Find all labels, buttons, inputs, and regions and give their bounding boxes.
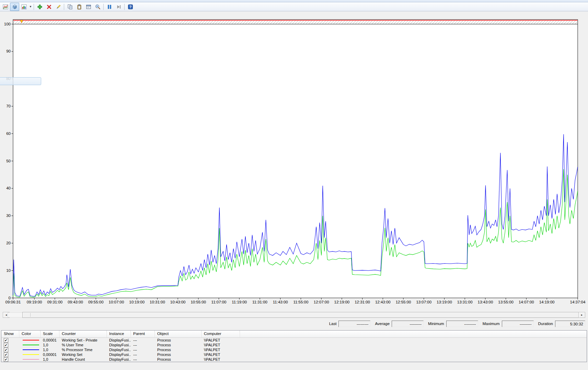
svg-text:10:07:00: 10:07:00 [109,300,124,304]
stat-value-box: --------- [392,321,424,327]
legend-cell: DisplayFusi... [107,343,131,347]
properties-button[interactable] [84,3,93,11]
stat-label: Maximum [483,322,500,326]
legend-column-header[interactable]: Show [1,331,19,337]
stat-value-box: --------- [338,321,370,327]
svg-text:12:43:00: 12:43:00 [375,300,391,304]
svg-text:12:55:00: 12:55:00 [396,300,411,304]
show-checkbox[interactable]: ✔ [4,348,8,352]
show-cell: ✔ [1,343,19,347]
svg-text:12:31:00: 12:31:00 [355,300,370,304]
empty-tooltip-overlay [0,77,41,85]
freeze-display-button[interactable] [105,3,114,11]
legend-column-header[interactable]: Parent [131,331,155,337]
svg-text:13:07:00: 13:07:00 [416,300,431,304]
show-checkbox[interactable]: ✔ [4,357,8,362]
svg-text:100: 100 [4,22,11,26]
svg-text:12:19:00: 12:19:00 [334,300,350,304]
update-data-button[interactable] [114,3,123,11]
copy-properties-button[interactable] [65,3,74,11]
legend-body: ✔0,00001Working Set - PrivateDisplayFusi… [1,338,587,362]
stat-value-box: --------- [502,321,534,327]
svg-text:?: ? [129,5,131,9]
color-cell [19,354,41,355]
magnifier-zoom-icon [95,4,101,10]
counter-legend-table: ShowColorScaleCounterInstanceParentObjec… [1,330,587,362]
show-checkbox[interactable]: ✔ [4,338,8,343]
highlight-button[interactable] [54,3,63,11]
legend-column-header[interactable]: Counter [59,331,107,337]
legend-cell: % User Time [59,343,107,347]
toolbar-separator [124,4,125,10]
scroll-right-button[interactable]: ► [578,312,585,318]
show-checkbox[interactable]: ✔ [4,352,8,357]
svg-text:11:43:00: 11:43:00 [273,300,288,304]
graph-type-dropdown-arrow[interactable]: ▼ [28,3,33,11]
legend-cell: \\PALPET [201,338,240,342]
legend-column-header[interactable] [240,331,587,337]
color-swatch-line [23,349,39,350]
svg-text:10:55:00: 10:55:00 [191,300,206,304]
pause-icon [107,4,112,10]
svg-text:14:19:00: 14:19:00 [539,300,555,304]
legend-cell: DisplayFusi... [107,357,131,361]
stat-label: Last [329,322,337,326]
delete-counter-button[interactable] [44,3,54,11]
help-button[interactable]: ? [126,3,135,11]
toolbar-separator [103,4,104,10]
legend-cell: Process [155,357,201,361]
legend-column-header[interactable]: Computer [201,331,240,337]
legend-column-header[interactable]: Scale [41,331,59,337]
legend-cell: 1,0 [41,357,59,361]
scrollbar-thumb[interactable] [22,312,583,318]
legend-cell: \\PALPET [201,348,240,352]
color-cell [19,340,41,340]
highlighter-pen-icon [56,4,61,10]
show-cell: ✔ [1,348,19,352]
legend-counter-row[interactable]: ✔0,00001Working SetDisplayFusi...---Proc… [1,352,587,357]
value-bar: Last---------Average---------Minimum----… [293,320,585,327]
svg-text:12:07:00: 12:07:00 [314,300,329,304]
svg-text:60: 60 [6,131,11,136]
color-swatch-line [23,354,39,355]
legend-counter-row[interactable]: ✔1,0% User TimeDisplayFusi...---Process\… [1,343,587,347]
zoom-button[interactable] [93,3,102,11]
legend-cell: Working Set - Private [59,338,107,342]
histogram-icon [21,4,27,10]
legend-cell: \\PALPET [201,357,240,361]
stat-minimum: Minimum--------- [428,321,478,327]
show-cell: ✔ [1,352,19,357]
svg-text:11:07:00: 11:07:00 [211,300,227,304]
toolbar-separator [34,4,34,10]
legend-column-header[interactable]: Instance [107,331,131,337]
legend-cell: Process [155,343,201,347]
color-swatch-line [23,340,39,340]
legend-counter-row[interactable]: ✔0,00001Working Set - PrivateDisplayFusi… [1,338,587,343]
legend-column-header[interactable]: Color [19,331,41,337]
svg-text:10:43:00: 10:43:00 [170,300,186,304]
legend-counter-row[interactable]: ✔1,0% Processor TimeDisplayFusi...---Pro… [1,347,587,352]
svg-text:14:07:00: 14:07:00 [519,300,534,304]
svg-text:09:55:00: 09:55:00 [88,300,104,304]
svg-text:10:31:00: 10:31:00 [150,300,165,304]
svg-text:90: 90 [6,49,11,53]
view-current-activity-button[interactable] [1,3,10,11]
change-graph-type-button[interactable] [19,3,28,11]
show-cell: ✔ [1,338,19,343]
svg-text:09:06:31: 09:06:31 [5,300,21,304]
svg-text:09:43:00: 09:43:00 [68,300,83,304]
show-checkbox[interactable]: ✔ [4,343,8,347]
svg-text:11:31:00: 11:31:00 [252,300,267,304]
legend-counter-row[interactable]: ✔1,0Handle CountDisplayFusi...---Process… [1,357,587,362]
legend-column-header[interactable]: Object [155,331,201,337]
svg-text:11:55:00: 11:55:00 [293,300,308,304]
copy-sheets-icon [67,4,73,10]
legend-cell: DisplayFusi... [107,348,131,352]
stat-label: Minimum [428,322,444,326]
color-cell [19,359,41,360]
view-log-data-button[interactable] [10,3,19,11]
color-swatch-line [23,359,39,360]
add-counter-button[interactable] [35,3,44,11]
paste-counter-list-button[interactable] [74,3,84,11]
performance-line-chart[interactable]: 010203040506070809010009:06:3109:19:0009… [0,11,588,311]
